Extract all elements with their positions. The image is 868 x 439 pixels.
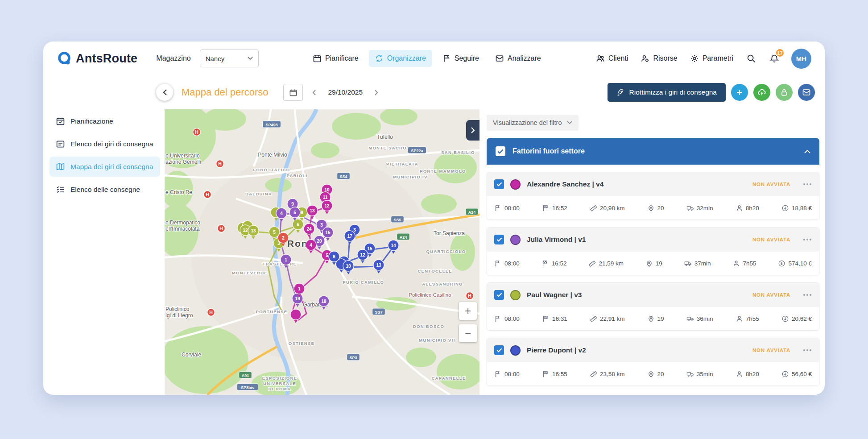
reoptimize-button[interactable]: Riottimizza i giri di consegna xyxy=(608,83,726,102)
stat-value: 08:00 xyxy=(504,371,520,377)
distance-ruler-icon xyxy=(590,370,597,378)
svg-text:H: H xyxy=(209,310,213,315)
driver-status-badge: NON AVVIATA xyxy=(752,237,790,242)
calendar-picker-button[interactable] xyxy=(283,84,303,101)
mail-button[interactable] xyxy=(798,84,815,101)
more-options-button[interactable] xyxy=(803,238,812,241)
map-toolbar: Mappa del percorso 29/10/2025 xyxy=(165,75,825,109)
clients-icon xyxy=(596,54,605,63)
nav-parametri[interactable]: Parametri xyxy=(689,51,734,66)
driver-card: Julia Virmond | v1 NON AVVIATA 08:00 16:… xyxy=(487,227,819,275)
map-label: MONTE SACRO xyxy=(368,145,407,150)
nav-seguire[interactable]: Seguire xyxy=(436,50,485,67)
nav-organizzare[interactable]: Organizzare xyxy=(369,50,432,67)
nav-analizzare[interactable]: Analizzare xyxy=(489,50,547,67)
more-options-button[interactable] xyxy=(803,294,812,296)
svg-text:1: 1 xyxy=(298,286,301,291)
hospital-marker: H xyxy=(207,309,215,316)
stat-duration: 7h55 xyxy=(732,260,756,267)
driver-header-row[interactable]: Paul Wagner | v3 NON AVVIATA xyxy=(487,283,819,307)
ellipsis-icon xyxy=(803,349,812,352)
map-label: o Universitario xyxy=(165,153,200,159)
notifications-button[interactable]: 17 xyxy=(768,52,781,65)
warehouse-select[interactable]: Nancy xyxy=(200,50,259,67)
driver-header-row[interactable]: Julia Virmond | v1 NON AVVIATA xyxy=(487,228,819,252)
sidebar-item-pianificazione[interactable]: Pianificazione xyxy=(50,111,160,131)
zoom-out-button[interactable]: − xyxy=(459,324,477,342)
stat-value: 23,58 km xyxy=(600,371,625,377)
svg-text:13: 13 xyxy=(376,263,381,268)
app-logo[interactable]: AntsRoute xyxy=(57,51,137,66)
group-header-fattorini[interactable]: Fattorini fuori settore xyxy=(487,138,819,165)
map-label: FORO ITALICO xyxy=(253,167,290,172)
map-label: Ponte Milvio xyxy=(258,152,287,158)
sidebar-item-elenco-giri[interactable]: Elenco dei giri di consegna xyxy=(50,134,160,154)
stat-value: 37min xyxy=(694,260,711,267)
sidebar-item-mappa-giri[interactable]: Mappa dei giri di consegna xyxy=(50,157,160,177)
stat-value: 36min xyxy=(697,315,713,322)
driver-checkbox[interactable] xyxy=(494,290,504,300)
map-label: CAPANNELLE xyxy=(431,376,466,381)
nav-risorse[interactable]: Risorse xyxy=(640,51,678,66)
start-flag-icon xyxy=(494,204,502,212)
add-button[interactable] xyxy=(731,84,748,101)
more-options-button[interactable] xyxy=(803,183,812,186)
hospital-marker: H xyxy=(204,191,211,199)
chevron-right-icon xyxy=(471,127,475,133)
chevron-left-icon xyxy=(162,89,167,96)
cloud-upload-button[interactable] xyxy=(753,84,770,101)
svg-text:4: 4 xyxy=(310,243,312,248)
stat-value: 16:52 xyxy=(552,260,567,267)
svg-text:10: 10 xyxy=(324,187,330,192)
driver-checkbox[interactable] xyxy=(494,179,504,189)
ellipsis-icon xyxy=(803,294,812,296)
sidebar-item-label: Mappa dei giri di consegna xyxy=(70,163,153,171)
driver-card: Paul Wagner | v3 NON AVVIATA 08:00 16:31… xyxy=(487,282,819,331)
driver-checkbox[interactable] xyxy=(494,345,504,355)
filter-view-dropdown[interactable]: Visualizzazione del filtro xyxy=(487,115,579,131)
driver-header-row[interactable]: Pierre Dupont | v2 NON AVVIATA xyxy=(487,338,819,362)
location-pin-icon xyxy=(647,204,655,212)
zoom-in-button[interactable]: + xyxy=(459,302,477,320)
gear-icon xyxy=(690,54,699,63)
driver-header-row[interactable]: Alexandre Sanchez | v4 NON AVVIATA xyxy=(487,172,819,196)
calendar-check-icon xyxy=(56,116,65,126)
stat-drive-time: 37min xyxy=(684,260,711,267)
collapse-sidebar-button[interactable] xyxy=(156,84,173,101)
map-label: CENTOCELLE xyxy=(417,269,452,273)
stat-value: 574,10 € xyxy=(788,260,812,267)
expand-panel-button[interactable] xyxy=(466,120,479,141)
svg-text:6: 6 xyxy=(333,254,335,259)
map-label: o Dermopatico xyxy=(165,220,200,226)
previous-day-button[interactable] xyxy=(307,86,321,99)
map-label: MUNICIPIO VII xyxy=(419,338,455,343)
stat-value: 32min xyxy=(697,205,713,211)
svg-text:5: 5 xyxy=(273,230,276,235)
nav-clienti[interactable]: Clienti xyxy=(595,51,629,66)
nav-pianificare[interactable]: Pianificare xyxy=(307,50,364,67)
notification-count-badge: 17 xyxy=(775,48,785,58)
user-avatar[interactable]: MH xyxy=(791,49,811,69)
next-day-button[interactable] xyxy=(370,86,383,99)
check-icon xyxy=(496,237,502,242)
more-options-button[interactable] xyxy=(803,349,812,352)
person-icon xyxy=(732,260,740,267)
check-icon xyxy=(496,293,502,297)
driver-checkbox[interactable] xyxy=(494,235,504,244)
stat-end-time: 16:55 xyxy=(542,370,567,378)
stat-value: 08:00 xyxy=(504,205,520,211)
ellipsis-icon xyxy=(803,238,812,241)
route-map[interactable]: TufelloPonte Milvioo Universitarioazione… xyxy=(165,109,479,395)
chevron-up-icon[interactable] xyxy=(804,149,810,153)
search-button[interactable] xyxy=(745,52,757,65)
page-title: Mappa del percorso xyxy=(182,87,268,98)
nav-label: Analizzare xyxy=(508,54,541,62)
sidebar-item-elenco-consegne[interactable]: Elenco delle consegne xyxy=(50,179,160,199)
lock-button[interactable] xyxy=(776,84,793,101)
group-checkbox[interactable] xyxy=(496,146,505,156)
chevron-right-icon xyxy=(374,89,379,96)
driver-color-dot xyxy=(510,345,521,356)
hospital-marker: H xyxy=(466,292,474,300)
svg-text:6: 6 xyxy=(297,222,299,227)
warehouse-label: Magazzino xyxy=(156,54,190,62)
